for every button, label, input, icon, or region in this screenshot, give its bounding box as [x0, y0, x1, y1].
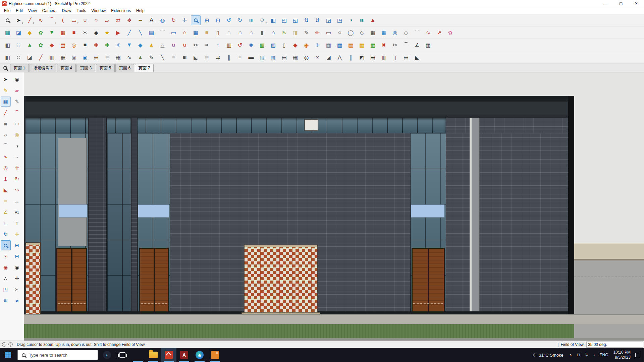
- donut-gray-tool-button[interactable]: ◎: [69, 53, 79, 62]
- stack-2-tool-button[interactable]: ▤: [279, 53, 289, 62]
- rotated-rectangle-tool-button[interactable]: ▱: [102, 15, 112, 25]
- circle-tool-button[interactable]: ○: [1, 130, 11, 140]
- zoom-tool-button[interactable]: [1, 240, 11, 250]
- cube-dark-tool-button[interactable]: ◩: [357, 53, 367, 62]
- box-3d-tool-button[interactable]: ◧: [3, 40, 12, 50]
- taskbar-clock[interactable]: 10:10 PM 8/5/2023: [611, 350, 633, 360]
- position-camera-tool-button[interactable]: ☺▾: [257, 15, 267, 25]
- zoom-tool-tool-button[interactable]: [191, 15, 201, 25]
- hex-outline-tool-button[interactable]: ◇: [357, 28, 367, 38]
- text-tool-button[interactable]: A: [147, 15, 156, 25]
- angle-black-tool-button[interactable]: ∠: [412, 40, 422, 50]
- clip-gray-tool-button[interactable]: ✂: [191, 40, 201, 50]
- terrain-green-tool-button[interactable]: ▲: [136, 53, 145, 62]
- scene-tab-页面 5[interactable]: 页面 5: [96, 64, 115, 72]
- view-back-tool-button[interactable]: ⇵: [313, 15, 322, 25]
- language-indicator[interactable]: ENG: [597, 353, 611, 357]
- rotate-tool-button[interactable]: ↻: [12, 174, 22, 184]
- arc-black-tool-button[interactable]: ⌒: [401, 40, 411, 50]
- cube-teal-tool-button[interactable]: ▦: [3, 28, 12, 38]
- dropdown-caret-icon[interactable]: ▾: [265, 22, 267, 24]
- scene-tab-页面 6[interactable]: 页面 6: [115, 64, 134, 72]
- scene-tab-页面 3[interactable]: 页面 3: [76, 64, 95, 72]
- view-bottom-tool-button[interactable]: ◳: [335, 15, 344, 25]
- scene-tab-页面 1[interactable]: 页面 1: [10, 64, 29, 72]
- door-brown-tool-button[interactable]: ▯: [213, 28, 223, 38]
- house-gray-tool-button[interactable]: ⌂: [224, 28, 234, 38]
- zoom-extents-tool-button[interactable]: ⊡: [213, 15, 223, 25]
- donut-orange-tool-button[interactable]: ◎: [69, 40, 79, 50]
- cube-blue-tool-button[interactable]: ◪: [14, 28, 23, 38]
- measurements-input[interactable]: 35.00 deg.: [586, 342, 643, 348]
- cut-gray-tool-button[interactable]: ✂: [80, 28, 90, 38]
- taskbar-weather[interactable]: ☾ 31°C Smoke: [530, 353, 567, 358]
- select-tool-button[interactable]: ➤▾: [14, 15, 23, 25]
- pyramid-gray-tool-button[interactable]: △: [158, 40, 167, 50]
- circle-outline-tool-button[interactable]: ○: [335, 28, 344, 38]
- iso-box-tool-button[interactable]: ◧: [3, 53, 12, 62]
- flag-red-tool-button[interactable]: ▶: [113, 28, 123, 38]
- arc-tool-tool-button[interactable]: ⌒: [412, 28, 422, 38]
- peaks-gray-tool-button[interactable]: ⋀: [335, 53, 344, 62]
- u-red-tool-button[interactable]: ∪: [180, 40, 190, 50]
- rectangle-tool-button[interactable]: ▭: [12, 119, 22, 129]
- arc-tool-button[interactable]: ⌒: [12, 108, 22, 118]
- book-red-tool-button[interactable]: ▤: [58, 40, 68, 50]
- swirl-red-tool-button[interactable]: ↺: [235, 40, 245, 50]
- taskbar-search[interactable]: Type here to search: [17, 350, 98, 360]
- dots-blue-tool-button[interactable]: ∷: [14, 40, 23, 50]
- polygon-tool-tool-button[interactable]: ◇: [401, 28, 411, 38]
- menu-file[interactable]: File: [1, 8, 13, 14]
- dropdown-caret-icon[interactable]: ▾: [22, 22, 23, 24]
- pen-gray-tool-button[interactable]: ✎: [147, 53, 156, 62]
- task-view-taskbar-button[interactable]: [115, 348, 130, 362]
- dropdown-caret-icon[interactable]: ▾: [33, 22, 34, 24]
- road-gray-tool-button[interactable]: ∥: [346, 53, 356, 62]
- look-around-tool-button[interactable]: ◉: [12, 262, 22, 273]
- arrow-red-tool-button[interactable]: ↗: [434, 28, 444, 38]
- axes-tool-button[interactable]: ∟: [1, 218, 11, 228]
- weld-edges-tool-button[interactable]: ∪: [80, 15, 90, 25]
- select-tool-button[interactable]: ➤: [1, 74, 11, 84]
- menu-view[interactable]: View: [25, 8, 40, 14]
- freehand-tool-button[interactable]: ∿: [36, 15, 46, 25]
- square-tool-button[interactable]: ■: [1, 119, 11, 129]
- rectangle-tool-button[interactable]: ▭▾: [69, 15, 79, 25]
- film-dark-tool-button[interactable]: ▤: [368, 53, 378, 62]
- target-dark-tool-button[interactable]: ◎: [302, 53, 311, 62]
- help-icon[interactable]: ?: [8, 342, 13, 347]
- scissors-tool-button[interactable]: ✂: [390, 40, 400, 50]
- protractor-tool-button[interactable]: ∠: [1, 207, 11, 217]
- x-red-tool-button[interactable]: ✖: [379, 40, 389, 50]
- drop-blue-tool-button[interactable]: ▼: [124, 40, 134, 50]
- geolocation-icon[interactable]: ◐: [2, 342, 6, 347]
- arc-2-tool-button[interactable]: ⌒: [1, 141, 11, 151]
- orbit-eye-tool-button[interactable]: ◉: [12, 74, 22, 84]
- steps-gray-tool-button[interactable]: ≣: [202, 53, 212, 62]
- shadows-tool-button[interactable]: ◑: [346, 15, 356, 25]
- solid-dark-tool-button[interactable]: ◆: [91, 28, 101, 38]
- people-blue-tool-button[interactable]: ☻: [246, 40, 256, 50]
- volume-icon[interactable]: ♪: [591, 353, 597, 357]
- push-pull-tool-button[interactable]: ↥: [1, 174, 11, 184]
- move-tool-button[interactable]: ✛: [12, 163, 22, 173]
- polygon-tool-button[interactable]: ◎: [12, 130, 22, 140]
- file-explorer-taskbar-button[interactable]: [146, 348, 161, 362]
- stack-gray-tool-button[interactable]: ≣: [102, 53, 112, 62]
- action-center-button[interactable]: [633, 348, 642, 362]
- navigate-tool-button[interactable]: ✛: [12, 274, 22, 284]
- star-yellow-tool-button[interactable]: ★: [102, 28, 112, 38]
- slope-2-tool-button[interactable]: ◢: [324, 53, 333, 62]
- box-green-tool-button[interactable]: ▧: [257, 40, 267, 50]
- eraser-tool-button[interactable]: ▰: [12, 85, 22, 96]
- square-red-tool-button[interactable]: ■: [69, 28, 79, 38]
- cylinder-gray-tool-button[interactable]: ▯: [390, 53, 400, 62]
- house-dark-tool-button[interactable]: ⌂: [235, 28, 245, 38]
- box-grid-tool-button[interactable]: ▦: [58, 53, 68, 62]
- snow-blue-tool-button[interactable]: ✳: [113, 40, 123, 50]
- offset-tool-button[interactable]: ◎: [1, 163, 11, 173]
- arrows-gray-tool-button[interactable]: ⇉: [213, 53, 223, 62]
- menu-camera[interactable]: Camera: [40, 8, 59, 14]
- orange-doc-taskbar-button[interactable]: [207, 348, 223, 362]
- close-button[interactable]: ✕: [629, 0, 644, 7]
